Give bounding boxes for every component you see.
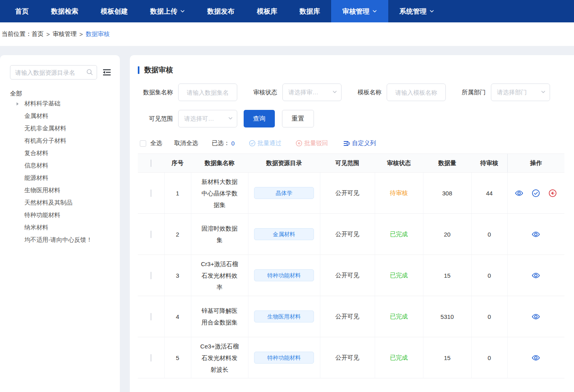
data-count-cell: 5310 (423, 296, 471, 337)
sidebar-item-天然材料及其制品[interactable]: 天然材料及其制品 (16, 197, 112, 209)
sidebar-item-复合材料[interactable]: 复合材料 (16, 147, 112, 159)
data-count-cell: 15 (423, 255, 471, 296)
catalog-tree: 材料科学基础金属材料无机非金属材料有机高分子材料复合材料信息材料能源材料生物医用… (10, 98, 112, 246)
filter-select-审核状态[interactable]: 请选择审… (282, 84, 342, 101)
row-checkbox[interactable] (151, 354, 151, 362)
batch-reject-label: 批量驳回 (304, 139, 328, 147)
sidebar-item-特种功能材料[interactable]: 特种功能材料 (16, 209, 112, 221)
nav-item-模板库[interactable]: 模板库 (246, 0, 288, 22)
breadcrumb-item[interactable]: 审核管理 (53, 30, 77, 38)
select-placeholder: 请选择部门 (497, 89, 527, 96)
catalog-cell: 特种功能材料 (248, 255, 320, 296)
select-all-label[interactable]: 全选 (150, 139, 162, 147)
operations-cell (507, 255, 564, 296)
catalog-tag[interactable]: 特种功能材料 (254, 269, 314, 281)
catalog-tag[interactable]: 金属材料 (254, 228, 314, 240)
nav-item-数据发布[interactable]: 数据发布 (196, 0, 246, 22)
pending-count-cell: 44 (471, 173, 507, 214)
row-checkbox[interactable] (151, 231, 151, 238)
sidebar-item-纳米材料[interactable]: 纳米材料 (16, 221, 112, 234)
sidebar-item-能源材料[interactable]: 能源材料 (16, 172, 112, 184)
filter-row-1: 数据集名称审核状态请选择审…模板名称所属部门请选择部门 (138, 84, 566, 101)
visibility-cell: 公开可见 (320, 337, 375, 378)
select-all-checkbox[interactable] (140, 140, 146, 147)
catalog-sidebar: 全部 材料科学基础金属材料无机非金属材料有机高分子材料复合材料信息材料能源材料生… (0, 55, 120, 392)
catalog-search-input[interactable] (10, 65, 97, 80)
selected-count: 0 (231, 140, 234, 147)
row-checkbox[interactable] (151, 189, 151, 197)
nav-item-数据库[interactable]: 数据库 (288, 0, 331, 22)
nav-item-审核管理[interactable]: 审核管理 (331, 0, 388, 22)
sidebar-item-材料科学基础[interactable]: 材料科学基础 (16, 98, 112, 110)
nav-item-label: 系统管理 (399, 7, 427, 16)
batch-toolbar: 全选 取消全选 已选： 0 批量通过 批量驳回 自定义列 (138, 139, 566, 147)
row-checkbox[interactable] (151, 313, 151, 320)
nav-item-首页[interactable]: 首页 (4, 0, 40, 22)
breadcrumb-item[interactable]: 数据审核 (86, 30, 110, 38)
dataset-name: 新材料大数据中心晶体学数据集 (191, 173, 248, 214)
review-table: 序号数据集名称数据资源目录可见范围审核状态数据量待审核操作 1新材料大数据中心晶… (138, 153, 566, 378)
column-header-待审核: 待审核 (471, 154, 507, 173)
filter-input-field[interactable] (179, 89, 237, 96)
nav-item-label: 数据检索 (51, 7, 78, 16)
chevron-down-icon (372, 9, 377, 14)
sidebar-item-label: 能源材料 (24, 174, 48, 182)
search-button[interactable]: 查询 (244, 110, 275, 127)
reset-button[interactable]: 重置 (282, 110, 314, 127)
filter-row-2: 可见范围请选择可…查询 重置 (138, 110, 566, 127)
filter-select-所属部门[interactable]: 请选择部门 (491, 84, 550, 101)
sidebar-item-信息材料[interactable]: 信息材料 (16, 159, 112, 172)
nav-item-数据检索[interactable]: 数据检索 (40, 0, 89, 22)
filter-select-可见范围[interactable]: 请选择可… (178, 110, 237, 127)
sidebar-item-生物医用材料[interactable]: 生物医用材料 (16, 184, 112, 197)
breadcrumb-item[interactable]: 首页 (32, 30, 44, 38)
catalog-cell: 特种功能材料 (248, 337, 320, 378)
catalog-tag[interactable]: 特种功能材料 (254, 352, 314, 364)
page-title: 数据审核 (144, 65, 173, 75)
table-row: 5Ce3+激活石榴石发光材料发射波长特种功能材料公开可见已完成150 (138, 337, 564, 378)
catalog-cell: 金属材料 (248, 214, 320, 255)
nav-item-模板创建[interactable]: 模板创建 (89, 0, 139, 22)
view-icon[interactable] (532, 312, 540, 321)
unselect-all-button[interactable]: 取消全选 (174, 139, 198, 147)
pending-count-cell: 0 (471, 337, 507, 378)
row-checkbox[interactable] (151, 272, 151, 279)
visibility-cell: 公开可见 (320, 173, 375, 214)
nav-item-系统管理[interactable]: 系统管理 (388, 0, 445, 22)
sidebar-item-label: 有机高分子材料 (24, 137, 66, 145)
select-placeholder: 请选择可… (184, 115, 214, 123)
catalog-tag[interactable]: 生物医用材料 (254, 310, 314, 322)
table-row: 3Cr3+激活石榴石发光材料效率特种功能材料公开可见已完成150 (138, 255, 564, 296)
reject-icon[interactable] (548, 189, 557, 197)
header-checkbox[interactable] (151, 159, 151, 167)
sidebar-item-有机高分子材料[interactable]: 有机高分子材料 (16, 135, 112, 147)
sidebar-item-label: 特种功能材料 (24, 211, 60, 219)
column-header-审核状态: 审核状态 (375, 154, 423, 173)
batch-approve-button[interactable]: 批量通过 (249, 139, 281, 147)
catalog-tag[interactable]: 晶体学 (254, 187, 314, 199)
row-index: 4 (164, 296, 191, 337)
custom-columns-button[interactable]: 自定义列 (343, 139, 376, 147)
row-index: 2 (164, 214, 191, 255)
operations (508, 230, 565, 239)
approve-icon[interactable] (532, 189, 540, 197)
filter-field-模板名称: 模板名称 (358, 84, 446, 101)
breadcrumb-separator: > (46, 31, 50, 38)
status-cell: 已完成 (375, 337, 423, 378)
dataset-name: Cr3+激活石榴石发光材料效率 (191, 255, 248, 296)
nav-item-数据上传[interactable]: 数据上传 (139, 0, 196, 22)
sidebar-item-均不适用-请向中心反馈！[interactable]: 均不适用-请向中心反馈！ (16, 234, 112, 246)
sidebar-item-金属材料[interactable]: 金属材料 (16, 110, 112, 122)
sidebar-item-无机非金属材料[interactable]: 无机非金属材料 (16, 122, 112, 135)
filter-input-field[interactable] (387, 89, 445, 96)
view-icon[interactable] (515, 189, 523, 197)
tree-item-all[interactable]: 全部 (10, 90, 112, 98)
row-index: 5 (164, 337, 191, 378)
sidebar-item-label: 天然材料及其制品 (24, 199, 72, 207)
view-icon[interactable] (532, 230, 540, 239)
view-icon[interactable] (532, 354, 540, 362)
view-icon[interactable] (532, 271, 540, 280)
collapse-tree-icon[interactable] (102, 68, 112, 77)
batch-reject-button[interactable]: 批量驳回 (296, 139, 328, 147)
caret-right-icon[interactable] (16, 102, 24, 106)
